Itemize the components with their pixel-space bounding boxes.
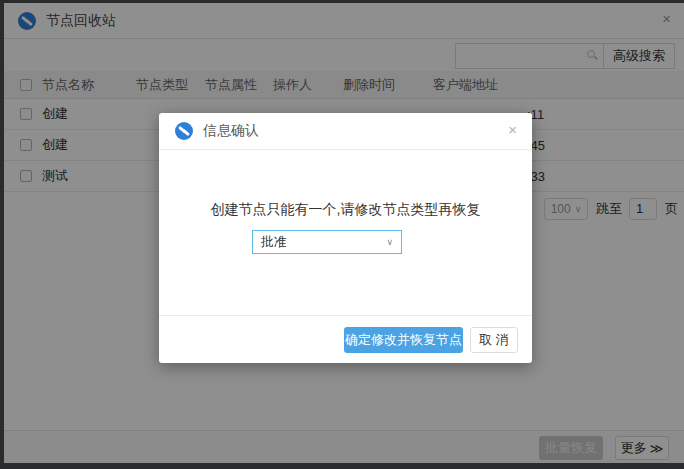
node-type-select[interactable]: 批准 ∨ [252,230,402,254]
confirm-restore-button[interactable]: 确定修改并恢复节点 [344,327,463,353]
screen: 节点回收站 × 高级搜索 节点名称 节点类型 节点属性 操作人 删除时间 客户端… [0,0,684,469]
confirm-modal: 信息确认 × 创建节点只能有一个,请修改节点类型再恢复 批准 ∨ 确定修改并恢复… [159,113,532,363]
modal-title: 信息确认 [203,122,259,140]
modal-close-icon[interactable]: × [508,122,517,137]
modal-header: 信息确认 × [159,113,532,150]
cancel-button[interactable]: 取 消 [470,327,518,353]
chevron-down-icon: ∨ [386,237,393,247]
modal-message: 创建节点只能有一个,请修改节点类型再恢复 [159,201,532,219]
modal-footer: 确定修改并恢复节点 取 消 [159,315,532,363]
node-type-value: 批准 [261,233,287,251]
modal-logo-icon [175,122,193,140]
